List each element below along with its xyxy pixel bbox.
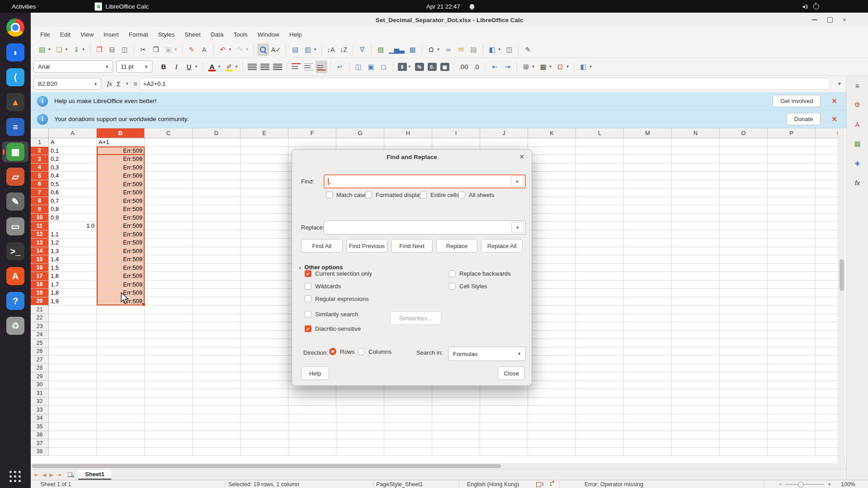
headers-and-footers[interactable]: ▤ — [468, 43, 480, 56]
option-cell-styles-checkbox[interactable] — [449, 283, 456, 290]
column-header-p[interactable]: P — [768, 128, 816, 138]
option-replace-backwards[interactable]: Replace backwards — [449, 270, 510, 277]
cell-p36[interactable] — [768, 431, 816, 440]
cell-e19[interactable] — [241, 289, 288, 297]
vertical-scrollbar[interactable] — [838, 128, 845, 463]
chevron-down-icon[interactable]: ▼ — [144, 65, 148, 69]
cell-f1[interactable] — [288, 138, 336, 147]
option-similarity-search-checkbox[interactable] — [305, 311, 311, 318]
cell-q32[interactable] — [816, 398, 838, 406]
cell-d23[interactable] — [193, 322, 241, 331]
power-icon[interactable] — [813, 4, 819, 9]
clone-formatting[interactable]: ✎ — [186, 43, 198, 56]
row-header-27[interactable]: 27 — [31, 356, 49, 364]
cell-n26[interactable] — [672, 347, 720, 356]
cell-l20[interactable] — [576, 297, 624, 306]
cell-i33[interactable] — [432, 406, 480, 414]
cell-n38[interactable] — [672, 448, 720, 456]
cell-q34[interactable] — [816, 414, 838, 423]
option-regular-expressions-checkbox[interactable] — [305, 296, 311, 302]
row-header-36[interactable]: 36 — [31, 431, 49, 440]
cell-e14[interactable] — [241, 247, 288, 256]
cell-p25[interactable] — [768, 339, 816, 347]
cell-l2[interactable] — [576, 147, 624, 155]
cell-o4[interactable] — [720, 164, 768, 172]
cell-q25[interactable] — [816, 339, 838, 347]
cell-o20[interactable] — [720, 297, 768, 306]
cell-m22[interactable] — [624, 314, 672, 323]
cell-p35[interactable] — [768, 422, 816, 431]
cell-b36[interactable] — [97, 431, 145, 440]
previous-sheet-icon[interactable]: ◀ — [42, 472, 46, 478]
cell-m4[interactable] — [624, 164, 672, 172]
cell-p30[interactable] — [768, 381, 816, 389]
cell-m13[interactable] — [624, 239, 672, 247]
cut[interactable]: ✂ — [137, 43, 149, 56]
cell-o38[interactable] — [720, 448, 768, 456]
cell-e24[interactable] — [241, 331, 288, 339]
cell-c30[interactable] — [145, 381, 193, 389]
document-modified-icon[interactable]: ↧ — [548, 481, 553, 488]
cell-c16[interactable] — [145, 264, 193, 272]
cell-o15[interactable] — [720, 255, 768, 264]
cell-n32[interactable] — [672, 398, 720, 406]
dock-item-thunderbird[interactable]: ◗ — [2, 42, 28, 63]
cell-f36[interactable] — [288, 431, 336, 440]
cell-k33[interactable] — [528, 406, 576, 414]
cell-l33[interactable] — [576, 406, 624, 414]
cell-d33[interactable] — [193, 406, 241, 414]
cell-h1[interactable] — [384, 138, 432, 147]
cell-l13[interactable] — [576, 239, 624, 247]
cell-d27[interactable] — [193, 356, 241, 364]
cell-n36[interactable] — [672, 431, 720, 440]
row-header-30[interactable]: 30 — [31, 381, 49, 389]
column-header-c[interactable]: C — [145, 128, 193, 138]
column-header-g[interactable]: G — [336, 128, 384, 138]
cell-o32[interactable] — [720, 398, 768, 406]
cell-k24[interactable] — [528, 331, 576, 339]
cell-o9[interactable] — [720, 205, 768, 214]
highlighting-color[interactable]: ✐▼ — [223, 61, 240, 73]
dock-item-vscode[interactable]: ⟨ — [2, 67, 28, 88]
zoom-out-icon[interactable]: − — [778, 481, 782, 488]
cell-a10[interactable]: 0,9 — [49, 214, 97, 222]
other-options-header[interactable]: ∨Other options — [298, 264, 343, 271]
cell-c27[interactable] — [145, 356, 193, 364]
find-next-button[interactable]: Find Next — [391, 239, 433, 253]
font-name-combo[interactable]: Arial ▼ — [33, 61, 113, 73]
cell-p20[interactable] — [768, 297, 816, 306]
cell-o21[interactable] — [720, 305, 768, 314]
cell-k8[interactable] — [528, 197, 576, 206]
cell-a30[interactable] — [49, 381, 97, 389]
cell-p26[interactable] — [768, 347, 816, 356]
row-header-24[interactable]: 24 — [31, 331, 49, 339]
cell-q14[interactable] — [816, 247, 838, 256]
cell-o3[interactable] — [720, 155, 768, 164]
cell-b22[interactable] — [97, 314, 145, 323]
option-all-sheets-checkbox[interactable] — [458, 192, 465, 198]
cell-d31[interactable] — [193, 389, 241, 398]
row-header-4[interactable]: 4 — [31, 164, 49, 172]
font-size-combo[interactable]: 11 pt ▼ — [116, 61, 152, 73]
cell-d28[interactable] — [193, 364, 241, 373]
cell-a24[interactable] — [49, 331, 97, 339]
cell-k3[interactable] — [528, 155, 576, 164]
cell-b19[interactable]: Err:509 — [97, 289, 145, 297]
cell-d9[interactable] — [193, 205, 241, 214]
cell-q12[interactable] — [816, 230, 838, 239]
cell-a17[interactable]: 1,6 — [49, 272, 97, 281]
option-entire-cells[interactable]: Entire cells — [420, 192, 459, 198]
cell-b2[interactable]: Err:509 — [97, 147, 145, 155]
formula-equals-icon[interactable]: = — [133, 80, 137, 88]
row-header-25[interactable]: 25 — [31, 339, 49, 347]
insert-hyperlink[interactable]: ∞ — [443, 43, 454, 56]
cell-e28[interactable] — [241, 364, 288, 373]
cell-n35[interactable] — [672, 422, 720, 431]
dock-item-gimp[interactable]: ✎ — [2, 191, 28, 212]
cell-q23[interactable] — [816, 322, 838, 331]
conditional-formatting[interactable]: ◧▼ — [577, 61, 594, 73]
cell-d8[interactable] — [193, 197, 241, 206]
insert-column[interactable]: ▥▼ — [302, 43, 318, 56]
cell-n21[interactable] — [672, 305, 720, 314]
cell-b7[interactable]: Err:509 — [97, 188, 145, 197]
